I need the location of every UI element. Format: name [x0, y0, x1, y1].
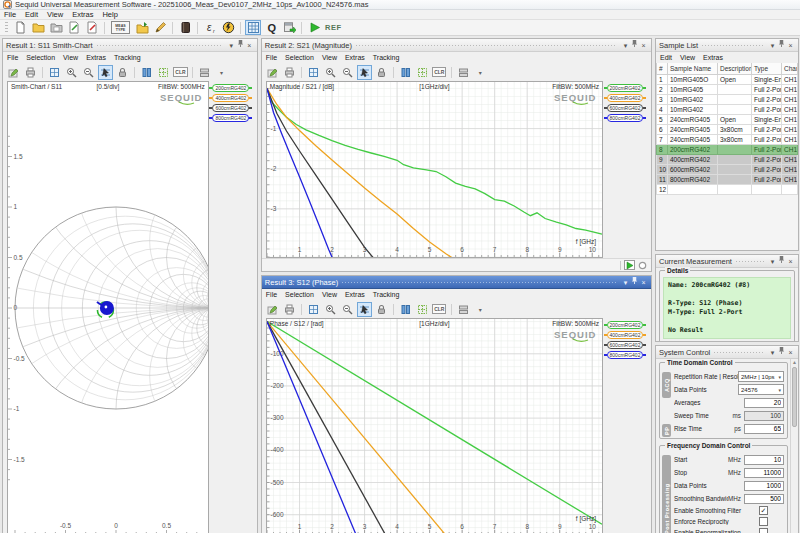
panel-pin-icon[interactable] [630, 276, 639, 288]
main-menu-item-view[interactable]: View [47, 10, 63, 19]
layout-icon[interactable] [456, 65, 471, 80]
caret-icon[interactable]: ▾ [214, 65, 229, 80]
sample-row-7[interactable]: 7240cmRG4053x80cmFull 2-PortCH1/CH2 [657, 134, 798, 144]
doc-edit-red-icon[interactable] [84, 20, 100, 35]
legend-badge[interactable]: 200cmRG402 [604, 84, 647, 92]
panel-close-icon[interactable]: × [786, 256, 795, 267]
panel-menu-item-file[interactable]: File [7, 54, 18, 61]
panel-collapse-icon[interactable]: ▾ [768, 347, 777, 358]
panel-menu-item-file[interactable]: File [266, 291, 277, 298]
panel-menu-item-selection[interactable]: Selection [285, 291, 314, 298]
grid-icon[interactable] [415, 302, 430, 317]
result-table-icon[interactable] [245, 20, 261, 35]
edit-icon[interactable] [6, 65, 21, 80]
caret-icon[interactable]: ▾ [473, 65, 488, 80]
input-averages[interactable] [744, 398, 784, 408]
export-window-icon[interactable] [281, 20, 297, 35]
checkbox-enable-smoothing-filter[interactable]: ✓ [759, 506, 768, 515]
zoom-out-icon[interactable] [340, 65, 355, 80]
fit-icon[interactable] [47, 65, 62, 80]
esd-warning-icon[interactable] [220, 20, 236, 35]
fit-icon[interactable] [306, 65, 321, 80]
track-icon[interactable] [357, 302, 372, 317]
panel-menu-item-edit[interactable]: Edit [660, 54, 672, 61]
select-data-points[interactable]: 24576▾ [738, 384, 784, 395]
print-icon[interactable] [282, 65, 297, 80]
panel-menu-item-view[interactable]: View [322, 291, 337, 298]
sample-row-3[interactable]: 310mRG402Full 2-PortCH1/CH2 [657, 94, 798, 104]
layout-icon[interactable] [456, 302, 471, 317]
lock-icon[interactable] [115, 65, 130, 80]
lock-icon[interactable] [374, 65, 389, 80]
sample-row-5[interactable]: 5240cmRG405OpenSingle-EndedCH1 [657, 114, 798, 124]
zoom-out-icon[interactable] [81, 65, 96, 80]
panel-pin-icon[interactable] [236, 39, 245, 51]
input-data-points[interactable] [744, 481, 784, 491]
system-control-scrollbar[interactable]: ▲ ▼ [790, 359, 798, 533]
sample-row-9[interactable]: 9400cmRG402Full 2-PortCH1/CH2 [657, 154, 798, 164]
main-menu-item-edit[interactable]: Edit [25, 10, 38, 19]
clr-icon[interactable]: CLR [432, 65, 447, 80]
panel-collapse-icon[interactable]: ▾ [621, 277, 630, 288]
panel-close-icon[interactable]: × [639, 277, 648, 288]
panel-close-icon[interactable]: × [639, 40, 648, 51]
doc-edit-green-icon[interactable] [66, 20, 82, 35]
sample-row-4[interactable]: 410mRG402Full 2-PortCH1/CH2 [657, 104, 798, 114]
panel-menu-item-selection[interactable]: Selection [26, 54, 55, 61]
legend-badge[interactable]: 200cmRG402 [209, 84, 252, 92]
panel-menu-item-view[interactable]: View [322, 54, 337, 61]
column-header-description[interactable]: Description [718, 63, 752, 74]
column-header-sample-name[interactable]: Sample Name [668, 63, 718, 74]
select-repetition-rate-resolution[interactable]: 2MHz | 10ps▾ [738, 371, 784, 382]
lock-icon[interactable] [374, 302, 389, 317]
checkbox-enforce-reciprocity[interactable] [759, 517, 768, 526]
legend-badge[interactable]: 400cmRG402 [209, 94, 252, 102]
clr-icon[interactable]: CLR [432, 302, 447, 317]
layout-icon[interactable] [197, 65, 212, 80]
edit-icon[interactable] [265, 65, 280, 80]
checkbox-enable-renormalization[interactable] [759, 528, 768, 533]
edit-icon[interactable] [265, 302, 280, 317]
legend-badge[interactable]: 800cmRG402 [604, 114, 647, 122]
legend-badge[interactable]: 600cmRG402 [604, 341, 647, 349]
columns-icon[interactable] [398, 65, 413, 80]
column-header-type[interactable]: Type [752, 63, 782, 74]
panel-pin-icon[interactable] [777, 346, 786, 358]
input-smoothing-bandwidth[interactable] [744, 494, 784, 504]
panel-pin-icon[interactable] [630, 39, 639, 51]
panel-collapse-icon[interactable]: ▾ [227, 40, 236, 51]
scrollbar-thumb[interactable] [792, 367, 797, 427]
clr-icon[interactable]: CLR [173, 65, 188, 80]
panel-collapse-icon[interactable]: ▾ [621, 40, 630, 51]
panel-menu-item-file[interactable]: File [266, 54, 277, 61]
caret-icon[interactable]: ▾ [473, 302, 488, 317]
panel-menu-item-extras[interactable]: Extras [86, 54, 106, 61]
input-start[interactable] [744, 455, 784, 465]
sample-row-8[interactable]: 8200cmRG402Full 2-PortCH1/CH2 [657, 144, 798, 154]
legend-badge[interactable]: 800cmRG402 [604, 351, 647, 359]
phase-chart-plot[interactable]: 12345678910-100-200-300-400-500-600 Phas… [266, 318, 603, 533]
notebook-icon[interactable] [177, 20, 193, 35]
grid-icon[interactable] [415, 65, 430, 80]
sample-row-6[interactable]: 6240cmRG4053x80cmFull 2-PortCH1/CH2 [657, 124, 798, 134]
columns-icon[interactable] [398, 302, 413, 317]
save-icon[interactable] [48, 20, 64, 35]
fit-icon[interactable] [306, 302, 321, 317]
main-menu-item-help[interactable]: Help [102, 10, 117, 19]
panel-close-icon[interactable]: × [786, 347, 795, 358]
q-factor-icon[interactable]: Q [263, 20, 279, 35]
panel-pin-icon[interactable] [777, 255, 786, 267]
legend-badge[interactable]: 600cmRG402 [604, 104, 647, 112]
panel-record-icon[interactable] [638, 261, 647, 270]
column-header--[interactable]: # [657, 63, 668, 74]
panel-menu-item-tracking[interactable]: Tracking [373, 54, 400, 61]
legend-badge[interactable]: 800cmRG402 [209, 114, 252, 122]
print-icon[interactable] [23, 65, 38, 80]
sample-row-12[interactable]: 12 [657, 184, 798, 194]
legend-badge[interactable]: 400cmRG402 [604, 331, 647, 339]
panel-close-icon[interactable]: × [786, 40, 795, 51]
main-menu-item-file[interactable]: File [4, 10, 16, 19]
panel-collapse-icon[interactable]: ▾ [768, 40, 777, 51]
legend-badge[interactable]: 200cmRG402 [604, 321, 647, 329]
sample-row-2[interactable]: 210mRG405Full 2-PortCH1/CH2 [657, 84, 798, 94]
